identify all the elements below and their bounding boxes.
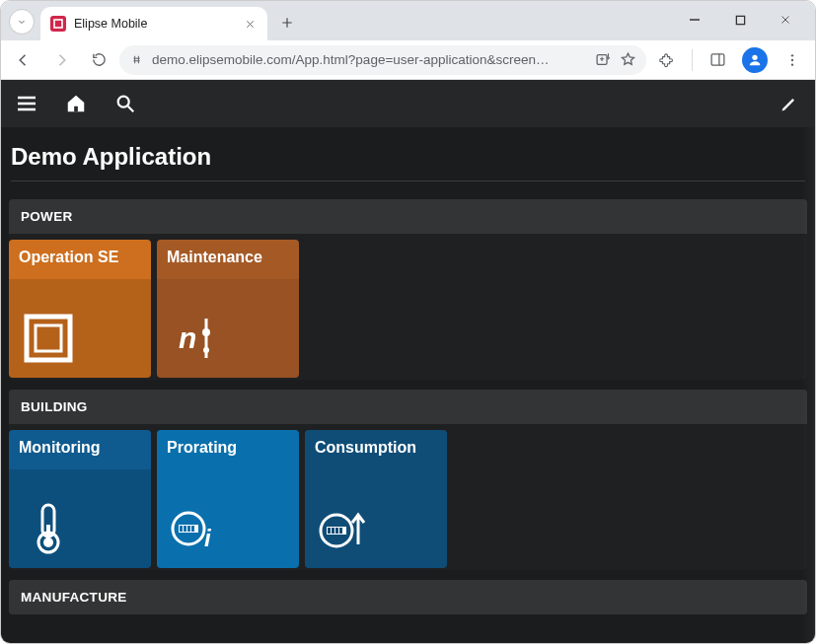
puzzle-icon — [659, 51, 676, 68]
maintenance-icon: n — [167, 309, 226, 368]
svg-point-7 — [791, 63, 793, 65]
svg-point-18 — [43, 537, 53, 547]
sidepanel-button[interactable] — [701, 44, 734, 76]
svg-point-9 — [118, 97, 129, 107]
card-monitoring[interactable]: Monitoring — [9, 430, 151, 568]
bookmark-star-icon[interactable] — [620, 51, 636, 68]
extensions-button[interactable] — [650, 44, 684, 76]
profile-button[interactable] — [738, 44, 772, 76]
nav-back-button[interactable] — [7, 44, 40, 76]
site-settings-icon — [129, 52, 144, 67]
nav-forward-button[interactable] — [44, 44, 78, 76]
svg-rect-32 — [339, 528, 342, 534]
meter-up-icon — [315, 499, 374, 558]
search-button[interactable] — [111, 90, 139, 117]
app-root: Demo Application POWER Operation SE Main… — [1, 80, 815, 643]
sections-scroll[interactable]: POWER Operation SE Maintenance n — [1, 189, 815, 643]
plus-icon — [280, 16, 294, 30]
app-bar — [1, 80, 815, 127]
svg-rect-11 — [36, 325, 61, 351]
profile-avatar-icon — [742, 47, 768, 73]
arrow-left-icon — [15, 51, 33, 69]
svg-rect-3 — [711, 54, 724, 65]
maximize-icon — [735, 15, 746, 26]
tab-title: Elipse Mobile — [74, 17, 234, 31]
svg-text:i: i — [204, 525, 212, 551]
square-frame-icon — [19, 309, 78, 368]
svg-rect-1 — [736, 16, 744, 24]
page-title-wrap: Demo Application — [1, 127, 815, 189]
cards-building: Monitoring Prorating i Consumption — [9, 424, 807, 570]
svg-rect-0 — [54, 20, 62, 28]
card-consumption[interactable]: Consumption — [305, 430, 447, 568]
address-bar[interactable]: demo.elipsemobile.com/App.html?page=user… — [119, 45, 646, 75]
section-title-building: BUILDING — [9, 390, 807, 424]
home-button[interactable] — [62, 90, 90, 117]
card-maintenance[interactable]: Maintenance n — [157, 240, 299, 378]
browser-menu-button[interactable] — [776, 44, 809, 76]
tab-search-dropdown[interactable] — [9, 9, 35, 35]
window-minimize-button[interactable] — [673, 5, 716, 35]
tab-favicon-icon — [50, 16, 66, 32]
browser-tab[interactable]: Elipse Mobile — [40, 7, 267, 40]
close-icon — [779, 14, 791, 26]
card-operation-se[interactable]: Operation SE — [9, 240, 151, 378]
svg-rect-22 — [180, 526, 183, 532]
svg-rect-31 — [335, 528, 338, 534]
cards-power: Operation SE Maintenance n — [9, 234, 807, 380]
install-app-icon[interactable] — [595, 51, 612, 68]
window-controls — [673, 5, 807, 35]
card-prorating[interactable]: Prorating i — [157, 430, 299, 568]
search-icon — [114, 93, 136, 114]
tab-close-button[interactable] — [242, 16, 258, 32]
thermometer-icon — [19, 499, 78, 558]
edit-icon — [779, 94, 799, 113]
window-close-button[interactable] — [764, 5, 807, 35]
svg-rect-29 — [328, 528, 331, 534]
new-tab-button[interactable] — [273, 9, 301, 36]
card-label: Prorating — [157, 430, 299, 457]
svg-rect-24 — [187, 526, 190, 532]
edit-button[interactable] — [776, 90, 803, 117]
svg-point-15 — [203, 347, 209, 353]
svg-text:n: n — [179, 322, 196, 354]
section-building: BUILDING Monitoring Prorating i — [9, 390, 807, 570]
svg-point-6 — [791, 58, 793, 60]
kebab-icon — [784, 52, 800, 68]
section-title-manufacture: MANUFACTURE — [9, 580, 807, 614]
menu-icon — [15, 92, 38, 115]
page-title: Demo Application — [11, 143, 805, 181]
browser-toolbar: demo.elipsemobile.com/App.html?page=user… — [1, 40, 815, 80]
nav-reload-button[interactable] — [82, 44, 115, 76]
card-label: Monitoring — [9, 430, 151, 457]
section-title-power: POWER — [9, 199, 807, 234]
browser-window: Elipse Mobile demo.elipsemobile.com/App.… — [0, 0, 816, 644]
card-label: Operation SE — [9, 240, 151, 266]
svg-point-4 — [752, 54, 757, 59]
svg-point-5 — [791, 54, 793, 56]
arrow-right-icon — [52, 51, 70, 69]
menu-button[interactable] — [13, 90, 40, 117]
chevron-down-icon — [16, 16, 28, 28]
section-power: POWER Operation SE Maintenance n — [9, 199, 807, 380]
close-icon — [245, 19, 256, 30]
section-manufacture: MANUFACTURE — [9, 580, 807, 614]
toolbar-divider — [692, 49, 693, 71]
svg-rect-8 — [74, 107, 78, 112]
home-icon — [65, 93, 87, 114]
svg-rect-23 — [184, 526, 186, 532]
svg-rect-25 — [191, 526, 194, 532]
svg-rect-30 — [332, 528, 334, 534]
svg-rect-10 — [27, 317, 70, 360]
card-label: Maintenance — [157, 240, 299, 266]
meter-info-icon: i — [167, 499, 226, 558]
svg-point-14 — [202, 328, 210, 336]
browser-titlebar: Elipse Mobile — [1, 1, 815, 40]
card-label: Consumption — [305, 430, 447, 457]
reload-icon — [91, 51, 108, 68]
sidepanel-icon — [709, 51, 726, 68]
minimize-icon — [689, 14, 701, 26]
address-url: demo.elipsemobile.com/App.html?page=user… — [152, 52, 587, 67]
window-maximize-button[interactable] — [718, 5, 762, 35]
